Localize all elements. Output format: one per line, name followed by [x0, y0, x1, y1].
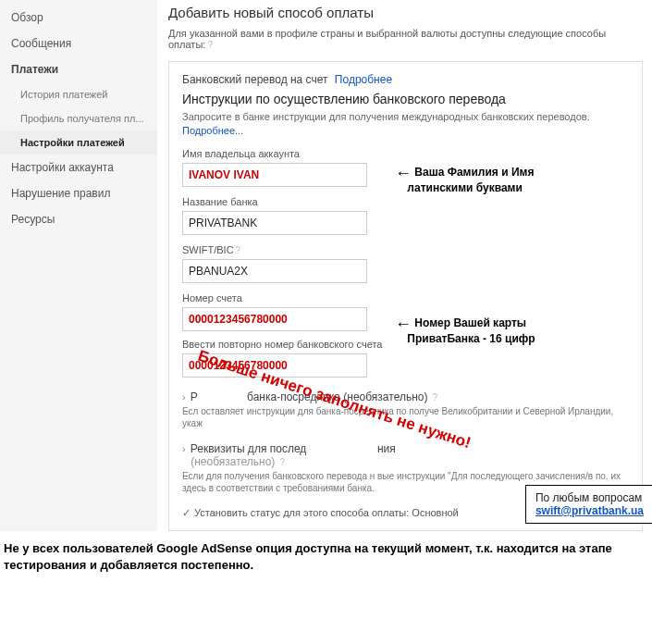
chevron-right-icon: ›	[182, 391, 186, 402]
help-icon[interactable]: ?	[433, 392, 438, 402]
help-icon[interactable]: ?	[279, 457, 285, 467]
sidebar-item-messages[interactable]: Сообщения	[0, 31, 157, 56]
swift-label: SWIFT/BIC?	[182, 244, 629, 255]
sidebar-item-payee-profile[interactable]: Профиль получателя пл...	[0, 106, 157, 130]
panel-header: Банковский перевод на счет Подробнее	[182, 73, 629, 86]
sidebar-item-policy-violation[interactable]: Нарушение правил	[0, 180, 157, 206]
intermediary-bank-section[interactable]: › Р банка-посредника (необязательно) ? Е…	[182, 390, 629, 429]
contact-box: По любым вопросам swift@privatbank.ua	[525, 485, 652, 524]
sidebar-item-payment-history[interactable]: История платежей	[0, 82, 157, 106]
account-label: Номер счета	[182, 292, 629, 303]
account-input[interactable]	[182, 307, 367, 331]
chevron-right-icon: ›	[182, 443, 186, 454]
annotation-card: ← Номер Вашей карты ПриватБанка - 16 циф…	[395, 316, 535, 345]
help-icon[interactable]: ?	[236, 245, 241, 255]
sidebar-item-account-settings[interactable]: Настройки аккаунта	[0, 155, 157, 180]
instructions-title: Инструкции по осуществлению банковского …	[182, 92, 629, 106]
page-subtitle: Для указанной вами в профиле страны и вы…	[168, 28, 643, 50]
bank-input[interactable]	[182, 211, 367, 235]
account-confirm-input[interactable]	[182, 353, 367, 378]
arrow-left-icon: ←	[395, 164, 412, 182]
sidebar-item-payments[interactable]: Платежи	[0, 56, 157, 82]
sidebar-item-resources[interactable]: Ресурсы	[0, 206, 157, 232]
annotation-name: ← Ваша Фамилия и Имя латинскими буквами	[395, 165, 534, 194]
instructions-text: Запросите в банке инструкции для получен…	[182, 110, 629, 139]
main-content: Добавить новый способ оплаты Для указанн…	[157, 0, 652, 531]
sidebar-item-overview[interactable]: Обзор	[0, 5, 157, 31]
owner-input[interactable]	[182, 163, 367, 187]
sidebar: Обзор Сообщения Платежи История платежей…	[0, 0, 157, 531]
more-link-2[interactable]: Подробнее...	[182, 125, 243, 136]
owner-label: Имя владельца аккаунта	[182, 148, 629, 159]
bank-label: Название банка	[182, 196, 629, 207]
payment-method-panel: Банковский перевод на счет Подробнее Инс…	[168, 61, 643, 531]
swift-input[interactable]	[182, 259, 367, 283]
bottom-note: Не у всех пользователей Google AdSense о…	[0, 531, 652, 583]
more-link[interactable]: Подробнее	[335, 73, 392, 86]
intermediary-desc: Есл оставляет инструкции для банка-посре…	[182, 405, 629, 429]
check-icon: ✓	[182, 507, 191, 518]
contact-email-link[interactable]: swift@privatbank.ua	[535, 504, 644, 517]
help-icon[interactable]: ?	[207, 40, 213, 50]
sidebar-item-payment-settings[interactable]: Настройки платежей	[0, 130, 157, 155]
arrow-left-icon: ←	[395, 315, 412, 333]
page-title: Добавить новый способ оплаты	[168, 5, 643, 20]
